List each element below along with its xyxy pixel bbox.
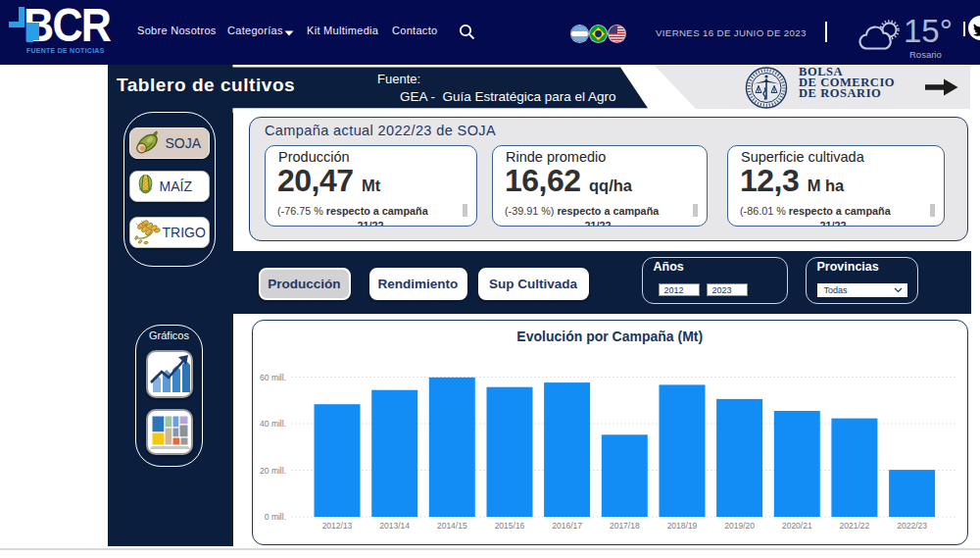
svg-text:2015/16: 2015/16 — [494, 521, 524, 531]
svg-text:2021/22: 2021/22 — [839, 521, 869, 531]
svg-text:2020/21: 2020/21 — [781, 521, 811, 531]
svg-text:2012/13: 2012/13 — [321, 521, 352, 531]
svg-text:2014/15: 2014/15 — [436, 521, 466, 531]
svg-text:40 mill.: 40 mill. — [260, 419, 286, 429]
svg-text:60 mill.: 60 mill. — [260, 373, 286, 382]
svg-text:2019/20: 2019/20 — [724, 521, 755, 531]
svg-text:2016/17: 2016/17 — [552, 521, 582, 531]
svg-text:2013/14: 2013/14 — [379, 521, 410, 531]
svg-text:2022/23: 2022/23 — [897, 521, 927, 531]
svg-text:20 mill.: 20 mill. — [260, 466, 286, 476]
svg-text:2017/18: 2017/18 — [609, 521, 639, 531]
svg-text:2018/19: 2018/19 — [666, 521, 697, 531]
svg-text:0 mill.: 0 mill. — [264, 512, 285, 522]
